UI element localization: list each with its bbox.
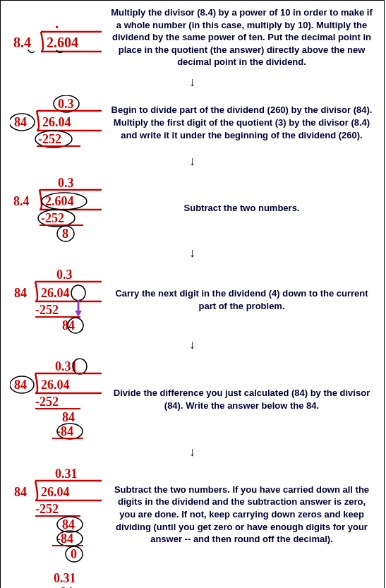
- carry: 84: [62, 318, 75, 332]
- step-7-math: 0.31 x84 124 +2480 26.04: [6, 570, 105, 588]
- check-quotient: 0.31: [54, 571, 76, 585]
- flow-arrow-icon: ↓: [1, 338, 384, 351]
- divisor-text: 8.4: [13, 35, 31, 50]
- step-1-math: 8.4 2.604 .: [6, 18, 105, 56]
- sub2: -84: [56, 424, 73, 438]
- flow-arrow-icon: ↓: [1, 246, 384, 259]
- rem2: 0: [71, 547, 77, 561]
- quotient: 0.3: [58, 176, 74, 190]
- step-6-math: 0.31 84 26.04 -252 84 -84 0: [6, 465, 105, 564]
- circle: [71, 285, 85, 301]
- divisor: 84: [14, 286, 27, 300]
- sub1: -252: [35, 502, 59, 516]
- step-2-math: 0.3 84 26.04 -252: [6, 95, 105, 150]
- sub1: -252: [35, 395, 59, 409]
- step-6: 0.31 84 26.04 -252 84 -84 0 Subtract the…: [1, 462, 384, 567]
- divisor: 8.4: [13, 194, 30, 208]
- dividend: 26.04: [41, 286, 70, 300]
- rem1: 84: [62, 517, 75, 532]
- rem1: 84: [62, 410, 75, 424]
- dividend: 26.04: [41, 485, 70, 499]
- step-2: 0.3 84 26.04 -252 Begin to divide part o…: [1, 92, 384, 153]
- decimal-point: .: [55, 18, 59, 31]
- tutorial-container: 8.4 2.604 . Multiply the divisor (8.4) b…: [0, 0, 385, 588]
- step-4: 0.3 84 26.04 -252 84 Carry the next digi…: [1, 263, 384, 337]
- flow-arrow-icon: ↓: [1, 76, 384, 88]
- step-3-math: 0.3 8.4 2.604 -252 8: [6, 174, 105, 242]
- flow-arrow-icon: ↓: [1, 155, 384, 167]
- arrow-curve-1: [28, 50, 35, 53]
- dividend: 2.604: [45, 194, 74, 208]
- sub: -252: [35, 303, 59, 317]
- dividend-text: 2.604: [47, 35, 78, 50]
- divisor: 84: [14, 115, 27, 129]
- carry-arrow-head: [75, 311, 82, 317]
- sub2: -84: [56, 532, 73, 546]
- sub: -252: [38, 132, 61, 146]
- step-5-text: Divide the difference you just calculate…: [105, 384, 378, 414]
- step-1-text: Multiply the divisor (8.4) by a power of…: [105, 4, 378, 71]
- step-3: 0.3 8.4 2.604 -252 8 Subtract the two nu…: [1, 172, 384, 245]
- check-mult: x84: [54, 585, 73, 588]
- step-4-text: Carry the next digit in the dividend (4)…: [105, 284, 378, 315]
- sub: -252: [41, 211, 64, 225]
- quotient: 0.31: [55, 467, 78, 481]
- dividend: 26.04: [41, 378, 70, 392]
- step-5: 0.31 84 26.04 -252 84 -84 Divide the dif…: [1, 355, 384, 444]
- flow-arrow-icon: ↓: [1, 445, 384, 458]
- step-4-math: 0.3 84 26.04 -252 84: [6, 266, 105, 334]
- step-3-text: Subtract the two numbers.: [105, 199, 378, 217]
- step-5-math: 0.31 84 26.04 -252 84 -84: [6, 358, 105, 441]
- quotient: 0.3: [58, 97, 74, 111]
- quotient: 0.3: [56, 268, 73, 282]
- step-2-text: Begin to divide part of the dividend (26…: [105, 101, 378, 144]
- step-6-text: Subtract the two numbers. If you have ca…: [105, 481, 378, 548]
- step-7: 0.31 x84 124 +2480 26.04 Check your answ…: [1, 567, 384, 588]
- remainder: 8: [62, 227, 68, 241]
- divisor: 84: [14, 485, 27, 499]
- step-1: 8.4 2.604 . Multiply the divisor (8.4) b…: [1, 1, 384, 74]
- divisor: 84: [14, 378, 27, 392]
- dividend: 26.04: [42, 115, 71, 129]
